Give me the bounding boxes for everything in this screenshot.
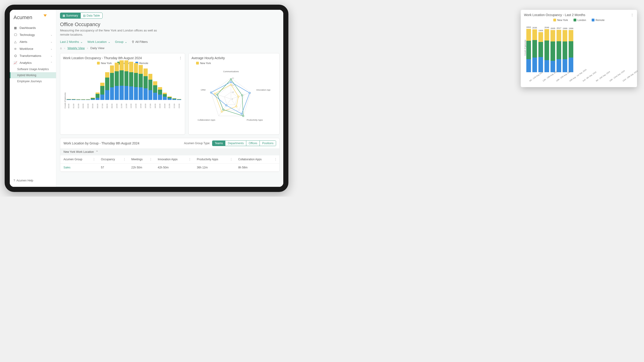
nav-item-dashboards[interactable]: ▦Dashboards: [10, 24, 56, 31]
datatable-tab[interactable]: ▤Data Table: [80, 13, 102, 19]
radar-chart: CommunicationsInnovation AppsProductivit…: [192, 66, 276, 132]
radar-axis-label: Communications: [223, 70, 239, 73]
bar-segment: [110, 65, 114, 73]
bar-segment: [532, 40, 537, 58]
x-tick-label: 14:00: [135, 101, 137, 108]
breadcrumb-separator: ›: [87, 46, 88, 50]
filter-location[interactable]: Work Location⌄: [88, 40, 110, 44]
x-tick-label: 09:00: [111, 101, 113, 108]
x-tick-label: 2nd - 8th Sep, 2024: [582, 75, 591, 82]
bar-segment: [138, 74, 143, 87]
bar-segment: [144, 69, 148, 76]
bar-segment: [532, 29, 537, 40]
tab-teams[interactable]: Teams: [212, 141, 225, 146]
tab-departments[interactable]: Departments: [225, 141, 246, 146]
help-icon: ?: [14, 179, 15, 182]
x-tick-label: 01:00: [72, 101, 75, 108]
x-tick-label: 15:00: [140, 101, 142, 108]
bar-segment: [544, 29, 549, 41]
bar-segment: [172, 99, 176, 100]
nav-sub-software-usage-analytics[interactable]: Software Usage Analytics: [10, 66, 56, 72]
weekly-stacked-chart: 20532035190620462005201719991996: [526, 23, 573, 72]
bar-segment: [163, 97, 167, 100]
cell-occupancy: 57: [98, 163, 128, 172]
bar-column: 13:00: [129, 62, 133, 109]
card-menu-button[interactable]: ⋮: [179, 56, 182, 60]
column-header[interactable]: Meetings⋮: [128, 155, 155, 163]
filter-group[interactable]: Group⌄: [115, 40, 127, 44]
chevron-down-icon: ⌄: [50, 34, 52, 36]
popup-legend: New York London Remote: [524, 19, 634, 22]
nav-item-transformations[interactable]: ⌬Transformations⌄: [10, 52, 56, 59]
help-link[interactable]: ?Acumen Help: [14, 179, 33, 182]
bar-segment: [100, 95, 104, 100]
bar-column: 2017: [556, 27, 561, 72]
bar-segment: [76, 100, 80, 100]
bar-segment: [569, 41, 573, 58]
column-menu-icon[interactable]: ⋮: [230, 158, 232, 161]
table-row[interactable]: Sales 57 22h 50m 42h 50m 36h 12m 8h 58m: [60, 163, 279, 172]
bar-segment: [544, 60, 549, 72]
nav-sub-hybrid-working[interactable]: Hybrid Working: [10, 72, 56, 78]
bar-segment: [105, 72, 109, 78]
bar-column: 21:00: [168, 96, 172, 108]
bar-segment: [158, 90, 162, 95]
nav-item-analytics[interactable]: 📈Analytics⌃: [10, 59, 56, 66]
brand-logo: Acumen: [10, 13, 56, 24]
radar-axis-label: Collaboration Apps: [198, 119, 215, 121]
bar-segment: [115, 86, 119, 100]
tab-positions[interactable]: Positions: [260, 141, 276, 146]
bar-segment: [532, 58, 537, 72]
weekly-popup-card: Work Location Occupancy - Last 2 Months⋮…: [521, 10, 637, 87]
group-table: Acumen Group⋮Occupancy⋮Meetings⋮Innovati…: [60, 155, 279, 172]
column-menu-icon[interactable]: ⋮: [92, 158, 95, 161]
bar-column: 05:00: [91, 98, 95, 109]
bar-segment: [158, 95, 162, 100]
cell-group[interactable]: Sales: [60, 163, 98, 172]
column-menu-icon[interactable]: ⋮: [188, 158, 191, 161]
bar-segment: [134, 87, 138, 100]
nav-sub-employee-journeys[interactable]: Employee Journeys: [10, 78, 56, 84]
x-tick-label: 17:00: [149, 101, 152, 108]
column-header[interactable]: Occupancy⋮: [98, 155, 128, 163]
x-tick-label: 21:00: [168, 101, 170, 108]
column-menu-icon[interactable]: ⋮: [149, 158, 152, 161]
filter-period[interactable]: Last 2 Months⌄: [60, 40, 83, 44]
chevron-down-icon: ⌄: [80, 40, 83, 44]
radar-point: [221, 111, 222, 112]
users-icon: ⛭: [14, 47, 17, 51]
nav-item-alerts[interactable]: △Alerts⌄: [10, 38, 56, 45]
nav-item-workforce[interactable]: ⛭Workforce⌄: [10, 45, 56, 52]
filter-bar: Last 2 Months⌄ Work Location⌄ Group⌄ ⚲Al…: [60, 40, 280, 44]
column-header[interactable]: Productivity Apps⋮: [194, 155, 235, 163]
chevron-down-icon: ⌄: [108, 40, 110, 44]
bar-segment: [556, 59, 561, 72]
bar-segment: [177, 99, 181, 100]
tab-offices[interactable]: Offices: [246, 141, 260, 146]
bar-column: 02:00: [76, 99, 80, 108]
popup-menu-button[interactable]: ⋮: [630, 13, 634, 17]
table-section-header[interactable]: New York Work Location⌃: [60, 148, 279, 155]
radar-series: [211, 82, 250, 114]
breadcrumb: ⌂ › Weekly View › Daily View: [60, 46, 280, 50]
home-icon[interactable]: ⌂: [60, 46, 62, 50]
radar-tick: 30: [232, 77, 234, 79]
column-header[interactable]: Innovation Apps⋮: [154, 155, 194, 163]
radar-axis-label: Innovation Apps: [256, 89, 271, 91]
all-filters-button[interactable]: ⚲All Filters: [132, 40, 148, 44]
nav-item-technology[interactable]: 🖵Technology⌄: [10, 31, 56, 38]
chevron-up-icon: ⌃: [96, 150, 98, 153]
column-header[interactable]: Acumen Group⋮: [60, 155, 98, 163]
column-menu-icon[interactable]: ⋮: [123, 158, 126, 161]
bar-total-label: 2046: [544, 26, 549, 29]
summary-tab[interactable]: ▦Summary: [60, 13, 80, 19]
bar-segment: [129, 72, 133, 87]
radar-point: [238, 96, 239, 97]
bar-segment: [124, 86, 128, 100]
radar-point: [242, 115, 244, 117]
breadcrumb-weekly[interactable]: Weekly View: [68, 46, 85, 50]
column-menu-icon[interactable]: ⋮: [274, 158, 277, 161]
column-header[interactable]: Collaboration Apps⋮: [235, 155, 279, 163]
radar-point: [249, 92, 250, 94]
legend-swatch-ny: [553, 19, 556, 22]
